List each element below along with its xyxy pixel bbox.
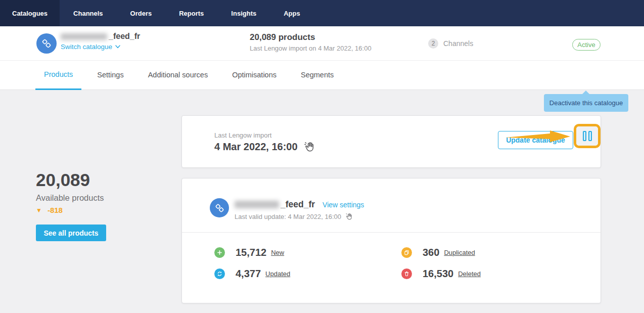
annotation-highlight-box (574, 124, 601, 148)
feed-name: _feed_fr (235, 199, 315, 210)
products-count-title: 20,089 products (250, 32, 372, 42)
duplicate-icon (401, 247, 412, 258)
catalogue-name-suffix: _feed_fr (109, 32, 140, 41)
channels-indicator[interactable]: 2 Channels (428, 38, 473, 49)
nav-item-channels[interactable]: Channels (60, 0, 117, 26)
nav-item-apps[interactable]: Apps (270, 0, 314, 26)
feed-stats-grid: 15,712 New 360 Duplicated (214, 246, 481, 280)
tab-optimisations[interactable]: Optimisations (223, 61, 285, 90)
tab-segments[interactable]: Segments (292, 61, 342, 90)
catalogue-tabbar: Products Settings Additional sources Opt… (0, 61, 644, 90)
stat-new-value: 15,712 (236, 247, 266, 258)
see-all-products-button[interactable]: See all products (36, 225, 106, 241)
switch-catalogue-link[interactable]: Switch catalogue (61, 43, 140, 51)
stat-new-label[interactable]: New (271, 249, 284, 256)
tooltip-text: Deactivate this catalogue (549, 99, 623, 107)
top-navigation: Catalogues Channels Orders Reports Insig… (0, 0, 644, 26)
chain-link-icon (214, 203, 225, 213)
catalogue-logo (36, 33, 57, 54)
pause-icon (588, 131, 592, 141)
status-badge: Active (572, 39, 601, 51)
tabs: Products Settings Additional sources Opt… (35, 61, 349, 90)
available-products-label: Available products (36, 193, 104, 203)
main-content: 20,089 Available products ▼ -818 See all… (0, 90, 644, 313)
trash-icon (401, 269, 412, 279)
pause-icon (583, 131, 586, 141)
card-divider (182, 232, 601, 233)
view-settings-link[interactable]: View settings (323, 201, 364, 209)
tab-additional-sources[interactable]: Additional sources (140, 61, 217, 90)
channels-label: Channels (443, 39, 473, 48)
available-products-count: 20,089 (36, 170, 90, 190)
feed-name-suffix: _feed_fr (281, 199, 315, 210)
stat-updated-label[interactable]: Updated (265, 270, 290, 278)
feed-logo (210, 198, 229, 217)
last-import-date: 4 Mar 2022, 16:00 (214, 141, 298, 153)
nav-item-reports[interactable]: Reports (165, 0, 217, 26)
deactivate-tooltip: Deactivate this catalogue (544, 94, 628, 112)
chevron-down-icon (115, 45, 120, 49)
stat-deleted-value: 16,530 (423, 268, 453, 280)
stat-updated-value: 4,377 (236, 268, 261, 280)
stat-duplicated-label[interactable]: Duplicated (444, 249, 475, 256)
last-import-label: Last Lengow import (214, 131, 271, 139)
nav-item-catalogues[interactable]: Catalogues (0, 0, 60, 26)
refresh-icon (214, 269, 225, 279)
manual-hand-icon (304, 141, 316, 153)
channels-count-badge: 2 (428, 38, 438, 49)
tab-products[interactable]: Products (35, 61, 81, 90)
plus-icon (214, 247, 225, 258)
annotation-arrow-icon (505, 129, 571, 144)
tab-settings[interactable]: Settings (88, 61, 132, 90)
last-valid-update: Last valid update: 4 Mar 2022, 16:00 (235, 212, 353, 220)
deactivate-catalogue-button[interactable] (576, 126, 598, 146)
redacted-name (235, 201, 279, 208)
delta-value: -818 (48, 206, 63, 214)
products-summary: 20,089 products Last Lengow import on 4 … (250, 32, 372, 52)
stat-deleted-label[interactable]: Deleted (458, 270, 481, 278)
products-delta: ▼ -818 (36, 206, 63, 214)
stat-deleted: 16,530 Deleted (401, 267, 481, 280)
stat-new: 15,712 New (214, 246, 401, 259)
feed-card: _feed_fr View settings Last valid update… (181, 178, 601, 303)
tooltip-caret (582, 91, 589, 94)
catalogue-name-block: _feed_fr Switch catalogue (61, 32, 140, 51)
switch-catalogue-label: Switch catalogue (61, 43, 112, 51)
stat-duplicated-value: 360 (423, 247, 439, 258)
last-import-subtitle: Last Lengow import on 4 Mar 2022, 16:00 (250, 44, 372, 52)
catalogue-name: _feed_fr (61, 32, 140, 41)
last-import-value-row: 4 Mar 2022, 16:00 (214, 141, 316, 153)
nav-item-orders[interactable]: Orders (117, 0, 166, 26)
stat-duplicated: 360 Duplicated (401, 246, 481, 259)
feed-name-row: _feed_fr View settings (235, 199, 364, 210)
nav-item-insights[interactable]: Insights (217, 0, 270, 26)
stat-updated: 4,377 Updated (214, 267, 401, 280)
catalogue-header: _feed_fr Switch catalogue 20,089 product… (0, 26, 644, 61)
redacted-name (61, 33, 107, 40)
manual-hand-icon (345, 212, 353, 220)
chain-link-icon (41, 38, 52, 49)
last-valid-update-text: Last valid update: 4 Mar 2022, 16:00 (235, 213, 341, 220)
triangle-down-icon: ▼ (36, 207, 42, 213)
